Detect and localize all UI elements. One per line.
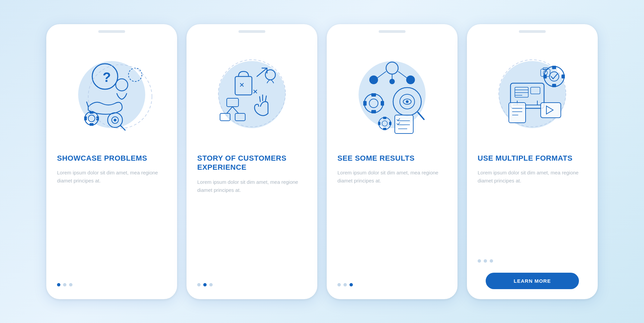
dots-row-1 [57,283,166,286]
svg-line-28 [227,107,232,113]
dot-1-active [57,283,60,286]
dot-4-2 [484,259,487,263]
svg-line-12 [120,125,125,130]
svg-point-52 [406,100,409,103]
svg-text:?: ? [103,70,111,85]
phone-notch-3 [379,30,406,33]
dot-4-1 [478,259,481,263]
card-description-4: Lorem ipsum dolor sit dim amet, mea regi… [478,169,587,185]
phone-notch-2 [238,30,265,33]
svg-rect-70 [509,103,526,123]
dot-3-active [350,283,353,286]
dot-1-3 [69,283,72,286]
svg-line-23 [265,96,266,102]
dot-2-3 [209,283,213,286]
svg-rect-64 [531,87,540,94]
card-content-4: USE MULTIPLE FORMATS Lorem ipsum dolor s… [467,154,598,289]
card-title-2: STORY OF CUSTOMERS EXPERIENCE [197,154,307,172]
icon-area-3 [327,33,458,154]
card-content-2: STORY OF CUSTOMERS EXPERIENCE Lorem ipsu… [186,154,317,289]
svg-rect-42 [381,101,384,106]
dots-row-3 [337,283,447,286]
svg-rect-6 [90,123,94,126]
svg-point-4 [88,115,95,122]
phone-card-2: STORY OF CUSTOMERS EXPERIENCE Lorem ipsu… [186,24,317,299]
card-title-1: SHOWCASE PROBLEMS [57,154,166,163]
svg-rect-16 [235,76,252,95]
icon-area-2 [186,33,317,154]
card-description-3: Lorem ipsum dolor sit dim amet, mea regi… [337,169,447,185]
illustration-1: ? [46,33,177,154]
svg-rect-26 [220,113,230,121]
phone-card-1: ? [46,24,177,299]
svg-line-29 [232,107,238,113]
svg-line-24 [260,97,260,102]
dot-4-3 [490,259,493,263]
card-description-1: Lorem ipsum dolor sit dim amet, mea regi… [57,169,166,185]
svg-rect-40 [371,110,376,113]
svg-point-36 [389,79,395,84]
phone-notch-4 [519,30,546,33]
card-content-3: SEE SOME RESULTS Lorem ipsum dolor sit d… [327,154,458,289]
svg-rect-68 [541,103,561,118]
see-results-icon [348,50,436,137]
svg-rect-39 [371,93,376,97]
svg-point-21 [265,70,275,80]
svg-rect-77 [552,84,556,87]
svg-rect-48 [389,122,391,125]
illustration-4 [467,33,598,154]
learn-more-button[interactable]: LEARN MORE [486,273,579,289]
svg-line-33 [377,71,386,78]
card-title-3: SEE SOME RESULTS [337,154,447,163]
dots-row-2 [197,283,307,286]
svg-point-30 [386,62,398,74]
illustration-3 [327,33,458,154]
svg-rect-46 [383,128,386,130]
svg-rect-45 [383,117,386,119]
svg-rect-27 [235,113,245,121]
svg-rect-60 [515,87,528,97]
svg-rect-25 [227,98,238,107]
svg-line-53 [418,112,424,119]
showcase-problems-icon: ? [68,50,155,137]
svg-rect-47 [378,122,380,125]
svg-point-32 [406,75,415,84]
customers-experience-icon [208,50,296,137]
dot-3-1 [337,283,341,286]
card-title-4: USE MULTIPLE FORMATS [478,154,587,163]
svg-rect-76 [552,66,556,69]
svg-point-11 [114,119,116,121]
dot-1-2 [63,283,66,286]
dots-row-4 [478,259,587,263]
svg-point-43 [379,117,391,129]
cards-container: ? [33,11,611,313]
svg-line-34 [398,71,407,78]
multiple-formats-icon [489,50,576,137]
svg-point-37 [364,94,383,113]
phone-card-3: SEE SOME RESULTS Lorem ipsum dolor sit d… [327,24,458,299]
card-description-2: Lorem ipsum dolor sit dim amet, mea regi… [197,178,307,194]
svg-rect-41 [363,101,367,106]
dot-3-2 [343,283,347,286]
svg-rect-7 [84,116,87,120]
svg-point-44 [382,121,387,126]
dot-2-active [203,283,207,286]
card-content-1: SHOWCASE PROBLEMS Lorem ipsum dolor sit … [46,154,177,289]
svg-point-31 [369,75,378,84]
illustration-2 [186,33,317,154]
svg-point-38 [369,99,378,108]
icon-area-4 [467,33,598,154]
svg-point-2 [116,79,128,91]
svg-rect-79 [561,74,565,78]
phone-notch-1 [98,30,125,33]
svg-point-13 [128,68,142,82]
icon-area-1: ? [46,33,177,154]
dot-2-1 [197,283,201,286]
phone-card-4: USE MULTIPLE FORMATS Lorem ipsum dolor s… [467,24,598,299]
